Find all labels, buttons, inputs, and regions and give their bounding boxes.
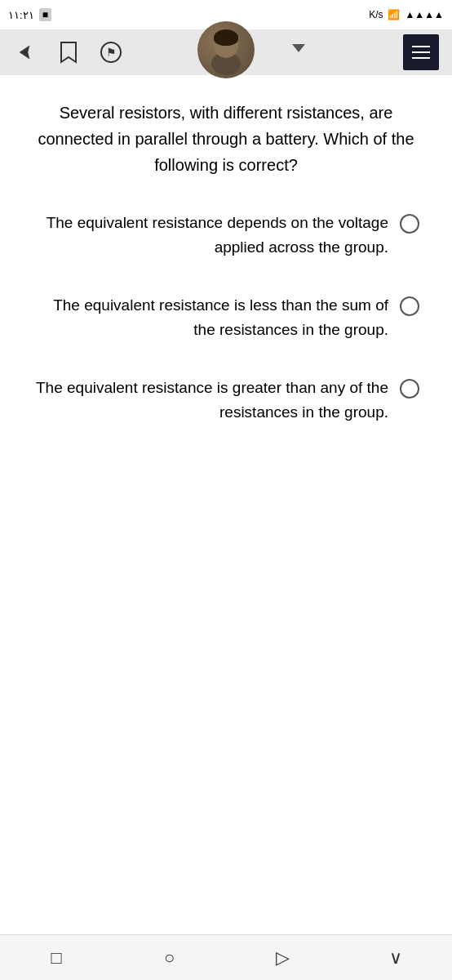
- wifi-icon: 📶: [388, 9, 400, 20]
- circle-button[interactable]: ○: [150, 938, 189, 978]
- question-text: Several resistors, with different rsista…: [33, 100, 419, 178]
- menu-line-1: [412, 46, 430, 47]
- answer-option-3[interactable]: The equivalent resistance is greater tha…: [33, 376, 419, 425]
- question-block: Several resistors, with different rsista…: [33, 100, 419, 178]
- option-1-text: The equivalent resistance depends on the…: [33, 211, 388, 261]
- svg-point-5: [214, 33, 238, 46]
- svg-text:⚑: ⚑: [106, 46, 117, 59]
- answer-option-1[interactable]: The equivalent resistance depends on the…: [33, 211, 419, 261]
- status-right: K/s 📶 ▲▲▲▲: [369, 9, 444, 20]
- answer-option-2[interactable]: The equivalent resistance is less than t…: [33, 293, 419, 343]
- menu-line-3: [412, 57, 430, 59]
- bookmark-icon[interactable]: [55, 39, 82, 65]
- radio-button-3[interactable]: [400, 379, 419, 399]
- option-3-text: The equivalent resistance is greater tha…: [33, 376, 388, 425]
- signal-icon: ▲▲▲▲: [405, 9, 444, 20]
- avatar: [197, 21, 255, 78]
- dropdown-chevron-icon[interactable]: [292, 44, 305, 52]
- flag-icon[interactable]: ⚑: [98, 39, 124, 65]
- play-button[interactable]: ▷: [263, 938, 302, 978]
- nav-bar: ⚑: [0, 29, 452, 75]
- time-display: ١١:٢١: [8, 9, 34, 21]
- nav-icons: ⚑: [13, 39, 124, 65]
- menu-line-2: [412, 51, 430, 53]
- home-button[interactable]: □: [37, 938, 76, 978]
- option-2-text: The equivalent resistance is less than t…: [33, 293, 388, 343]
- back-arrow-icon[interactable]: [13, 39, 39, 65]
- radio-button-1[interactable]: [400, 214, 419, 234]
- chevron-down-button[interactable]: ∨: [376, 938, 415, 978]
- main-content: Several resistors, with different rsista…: [0, 75, 452, 980]
- status-left: ١١:٢١ ■: [8, 8, 51, 21]
- battery-indicator: ■: [39, 8, 51, 21]
- radio-button-2[interactable]: [400, 296, 419, 316]
- menu-button[interactable]: [403, 34, 439, 70]
- speed-display: K/s: [369, 9, 383, 20]
- bottom-nav: □ ○ ▷ ∨: [0, 934, 452, 980]
